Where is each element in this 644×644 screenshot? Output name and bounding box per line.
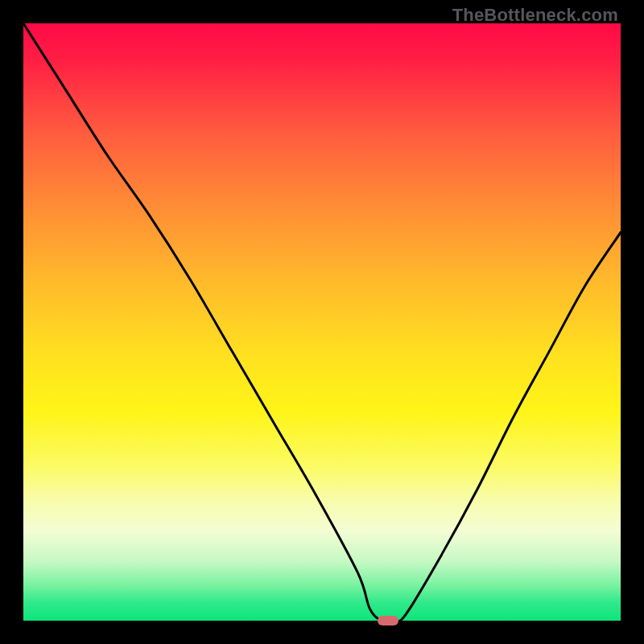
bottleneck-curve [23,23,621,621]
plot-area [23,23,621,621]
optimal-marker [378,616,398,625]
chart-container: TheBottleneck.com [0,0,644,644]
